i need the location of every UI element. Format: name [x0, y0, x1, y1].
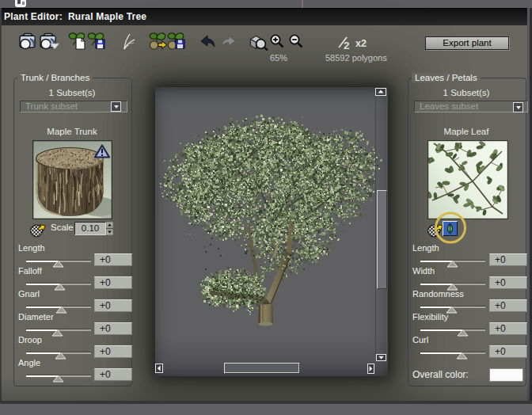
svg-text:2: 2: [344, 40, 350, 50]
